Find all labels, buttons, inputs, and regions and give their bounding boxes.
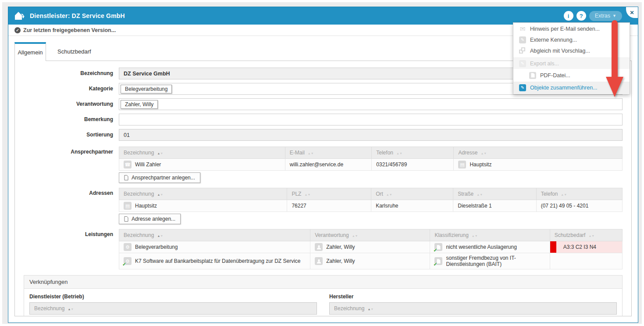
classification-icon: ✓	[434, 243, 442, 251]
copy-icon	[519, 47, 526, 54]
column-header[interactable]: Schutzbedarf▲▼	[550, 229, 622, 241]
bemerkung-label: Bemerkung	[24, 114, 119, 125]
help-button[interactable]: ?	[576, 11, 586, 21]
pdf-file-icon	[529, 72, 536, 79]
column-header[interactable]: Telefon▲▼	[536, 188, 622, 200]
column-header[interactable]: Ort▲▼	[371, 188, 453, 200]
sort-icon: ▲▼	[480, 152, 487, 155]
verantwortung-field[interactable]: Zahler, Willy	[119, 98, 623, 110]
mail-icon: ✉	[519, 25, 526, 32]
risk-level-indicator	[550, 241, 556, 253]
person-icon	[315, 257, 323, 265]
table-row[interactable]: ☎Willi Zahler willi.zahler@service.de 03…	[119, 159, 623, 171]
window-title: Dienstleister: DZ Service GmbH	[30, 12, 125, 19]
column-header[interactable]: Bezeichnung▲▼	[119, 229, 310, 241]
ansprechpartner-table: Bezeichnung▲▼ E-Mail▲▼ Telefon▲▼ Adresse…	[119, 147, 623, 171]
column-header[interactable]: PLZ▲▼	[287, 188, 371, 200]
dienstleister-dialog: Dienstleister: DZ Service GmbH i ? Extra…	[8, 7, 638, 323]
tab-schutzbedarf[interactable]: Schutzbedarf	[46, 42, 103, 61]
column-header[interactable]: Straße▲▼	[453, 188, 536, 200]
checkmark-circle-icon: ✓	[14, 27, 21, 33]
address-icon: ▤	[458, 161, 466, 168]
menu-item-hinweis-email[interactable]: ✉ Hinweis per E-Mail senden...	[513, 23, 630, 34]
column-header[interactable]: Adresse▲▼	[454, 147, 623, 159]
sortierung-field[interactable]	[119, 129, 623, 141]
sort-icon: ▲▼	[157, 152, 163, 155]
add-adresse-button[interactable]: Adresse anlegen...	[119, 214, 181, 224]
menu-item-export-als[interactable]: ✎ Export als...	[513, 57, 630, 69]
new-document-icon	[124, 175, 128, 180]
sort-icon: ▲▼	[352, 234, 358, 237]
menu-item-pdf-datei[interactable]: PDF-Datei...	[513, 69, 630, 82]
column-header[interactable]: Bezeichnung▲▼	[29, 302, 317, 315]
contact-icon: ☎	[124, 161, 132, 168]
ansprechpartner-label: Ansprechpartner	[24, 147, 119, 188]
merge-icon: ✎	[519, 84, 526, 91]
sort-icon: ▲▼	[561, 193, 567, 196]
new-document-icon	[124, 216, 128, 222]
column-header[interactable]: Bezeichnung▲▼	[119, 188, 287, 200]
edit-icon: ✎	[519, 36, 526, 43]
person-icon	[315, 243, 323, 251]
menu-item-abgleich-vorschlag[interactable]: Abgleich mit Vorschlag...	[513, 45, 630, 56]
verantwortung-chip[interactable]: Zahler, Willy	[121, 100, 158, 109]
bezeichnung-label: Bezeichnung	[24, 68, 119, 79]
schutzbedarf-cell: A3:3 C2 I3 N4	[550, 241, 622, 253]
menu-item-objekte-zusammenfuehren[interactable]: ✎ Objekte zusammenführen...	[513, 82, 630, 93]
tab-panel-allgemein: Bezeichnung Kategorie Belegverarbeitung …	[14, 61, 632, 316]
sort-icon: ▲▼	[477, 193, 483, 196]
adressen-label: Adressen	[24, 188, 119, 229]
sort-icon: ▲▼	[157, 193, 163, 196]
column-header[interactable]: Bezeichnung▲▼	[329, 302, 617, 315]
sort-icon: ▲▼	[367, 308, 374, 311]
bemerkung-field[interactable]	[119, 114, 623, 125]
check-badge-icon: ✓	[122, 262, 126, 267]
leistungen-table: Bezeichnung▲▼ Verantwortung▲▼ Klassifizi…	[119, 229, 623, 269]
extras-button[interactable]: Extras ▼	[589, 11, 622, 21]
column-header[interactable]: Verantwortung▲▼	[310, 229, 430, 241]
adressen-table: Bezeichnung▲▼ PLZ▲▼ Ort▲▼ Straße▲▼ Telef…	[119, 188, 623, 212]
table-row[interactable]: ▤Hauptsitz 76227 Karlsruhe Dieselstraße …	[119, 200, 623, 212]
sort-icon: ▲▼	[68, 308, 74, 311]
service-gear-icon: ⚙	[124, 243, 132, 251]
verknuepfungen-section: Verknüpfungen Dienstleister (Betrieb) Be…	[24, 275, 623, 316]
column-header[interactable]: Klassifizierung▲▼	[430, 229, 550, 241]
column-header[interactable]: E-Mail▲▼	[285, 147, 371, 159]
tab-allgemein[interactable]: Allgemein	[14, 42, 46, 61]
check-badge-icon: ✓	[433, 262, 437, 267]
sort-icon: ▲▼	[386, 193, 392, 196]
export-icon: ✎	[519, 60, 526, 67]
menu-item-externe-kennung[interactable]: ✎ Externe Kennung...	[513, 34, 630, 45]
kategorie-label: Kategorie	[24, 83, 119, 95]
check-badge-icon: ✓	[433, 247, 437, 253]
leistungen-label: Leistungen	[24, 229, 119, 269]
service-provider-icon	[14, 11, 25, 21]
sort-icon: ▲▼	[396, 152, 402, 155]
extras-menu: ✉ Hinweis per E-Mail senden... ✎ Externe…	[513, 22, 630, 94]
add-ansprechpartner-button[interactable]: Ansprechpartner anlegen...	[119, 172, 200, 183]
verknuepfungen-title: Verknüpfungen	[24, 276, 622, 289]
close-icon: ✕	[630, 10, 634, 16]
sort-icon: ▲▼	[308, 152, 314, 155]
dienstleister-betrieb-label: Dienstleister (Betrieb)	[29, 294, 317, 300]
classification-icon: ✓	[434, 257, 442, 265]
verantwortung-label: Verantwortung	[24, 98, 119, 110]
chevron-down-icon: ▼	[612, 14, 616, 18]
info-button[interactable]: i	[564, 11, 573, 21]
address-icon: ▤	[124, 202, 132, 210]
kategorie-chip[interactable]: Belegverarbeitung	[121, 85, 172, 93]
sort-icon: ▲▼	[304, 193, 310, 196]
sort-icon: ▲▼	[588, 234, 594, 237]
service-gear-icon: ⚙✓	[124, 257, 132, 265]
table-row[interactable]: ⚙Belegverarbeitung Zahler, Willy ✓nicht …	[119, 241, 623, 253]
column-header[interactable]: Telefon▲▼	[372, 147, 454, 159]
column-header[interactable]: Bezeichnung▲▼	[119, 147, 285, 159]
sort-icon: ▲▼	[472, 234, 478, 237]
titlebar: Dienstleister: DZ Service GmbH i ? Extra…	[8, 7, 638, 25]
sortierung-label: Sortierung	[24, 129, 119, 141]
sort-icon: ▲▼	[157, 234, 163, 237]
hersteller-label: Hersteller	[329, 294, 617, 300]
table-row[interactable]: ⚙✓K7 Software auf Bankarbeitsplatz für D…	[119, 253, 623, 269]
